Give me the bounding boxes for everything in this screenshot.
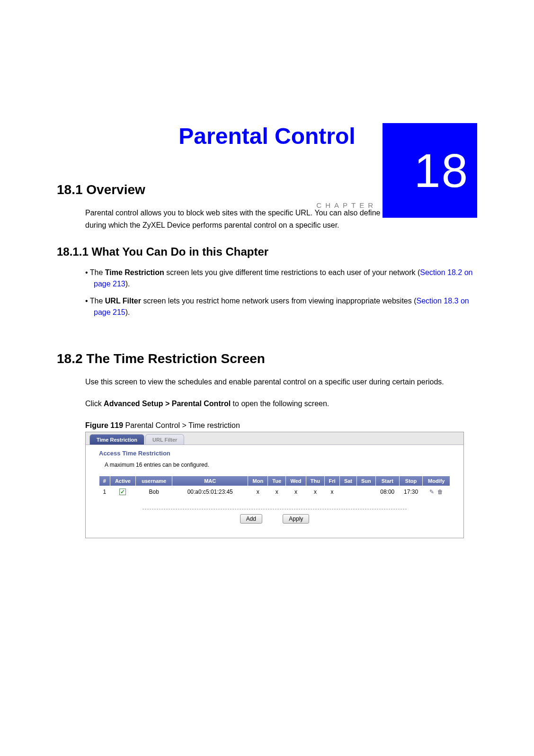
- cell-username: Bob: [136, 486, 172, 498]
- th-sun: Sun: [356, 476, 375, 486]
- active-checkbox[interactable]: [119, 489, 126, 495]
- add-button[interactable]: Add: [240, 514, 262, 524]
- cell-sat: [340, 486, 357, 498]
- figure-number: Figure 119: [85, 421, 123, 429]
- table-row: 1 Bob 00:a0:c5:01:23:45 x x x x x 08:00 …: [99, 486, 450, 498]
- cell-start: 08:00: [375, 486, 399, 498]
- cell-thu: x: [306, 486, 324, 498]
- bullet-text: screen lets you give different time rest…: [164, 268, 420, 276]
- apply-button[interactable]: Apply: [283, 514, 309, 524]
- th-stop: Stop: [399, 476, 423, 486]
- list-item: The Time Restriction screen lets you giv…: [85, 267, 477, 290]
- cell-mac: 00:a0:c5:01:23:45: [172, 486, 248, 498]
- th-start: Start: [375, 476, 399, 486]
- time-restriction-screenshot: Time Restriction URL Filter Access Time …: [85, 432, 464, 538]
- th-thu: Thu: [306, 476, 324, 486]
- th-num: #: [99, 476, 110, 486]
- th-sat: Sat: [340, 476, 357, 486]
- th-tue: Tue: [268, 476, 286, 486]
- tabs-bar: Time Restriction URL Filter: [86, 432, 463, 445]
- bullet-text: ).: [125, 308, 130, 316]
- th-fri: Fri: [325, 476, 340, 486]
- delete-icon[interactable]: 🗑: [437, 489, 443, 495]
- tab-time-restriction[interactable]: Time Restriction: [89, 434, 144, 445]
- th-active: Active: [110, 476, 136, 486]
- bullet-text: The: [90, 297, 105, 305]
- chapter-number: 18: [414, 143, 469, 198]
- bullet-bold: Time Restriction: [105, 268, 164, 276]
- tab-url-filter[interactable]: URL Filter: [145, 434, 184, 445]
- section-18-2-heading: 18.2 The Time Restriction Screen: [57, 351, 477, 366]
- chapter-tab: 18: [383, 123, 477, 218]
- cell-tue: x: [268, 486, 286, 498]
- chapter-label: CHAPTER: [316, 201, 377, 209]
- cell-stop: 17:30: [399, 486, 423, 498]
- time-restriction-table: # Active username MAC Mon Tue Wed Thu Fr…: [99, 476, 450, 498]
- th-mon: Mon: [248, 476, 268, 486]
- what-you-can-do-list: The Time Restriction screen lets you giv…: [85, 267, 477, 318]
- cell-mon: x: [248, 486, 268, 498]
- section-18-2-body1: Use this screen to view the schedules an…: [85, 376, 477, 388]
- cell-active: [110, 486, 136, 498]
- edit-icon[interactable]: ✎: [429, 489, 434, 495]
- body-text: Click: [85, 400, 104, 408]
- table-header-row: # Active username MAC Mon Tue Wed Thu Fr…: [99, 476, 450, 486]
- bullet-text: The: [90, 268, 105, 276]
- th-modify: Modify: [423, 476, 450, 486]
- list-item: The URL Filter screen lets you restrict …: [85, 295, 477, 318]
- th-username: username: [136, 476, 172, 486]
- cell-sun: [356, 486, 375, 498]
- figure-caption: Figure 119 Parental Control > Time restr…: [85, 421, 477, 430]
- cell-fri: x: [325, 486, 340, 498]
- th-mac: MAC: [172, 476, 248, 486]
- cell-num: 1: [99, 486, 110, 498]
- bullet-bold: URL Filter: [105, 297, 141, 305]
- bullet-text: ).: [125, 280, 130, 288]
- divider: [142, 509, 407, 509]
- figure-title: Parental Control > Time restriction: [123, 421, 240, 429]
- nav-path: Advanced Setup > Parental Control: [104, 400, 231, 408]
- button-row: Add Apply: [86, 514, 463, 524]
- cell-wed: x: [286, 486, 306, 498]
- section-18-1-1-heading: 18.1.1 What You Can Do in this Chapter: [57, 245, 477, 258]
- body-text: to open the following screen.: [231, 400, 329, 408]
- section-18-2-body2: Click Advanced Setup > Parental Control …: [85, 398, 477, 410]
- th-wed: Wed: [286, 476, 306, 486]
- bullet-text: screen lets you restrict home network us…: [141, 297, 417, 305]
- cell-modify: ✎ 🗑: [423, 486, 450, 498]
- panel-title: Access Time Restriction: [86, 445, 463, 460]
- panel-note: A maximum 16 entries can be configured.: [86, 460, 463, 476]
